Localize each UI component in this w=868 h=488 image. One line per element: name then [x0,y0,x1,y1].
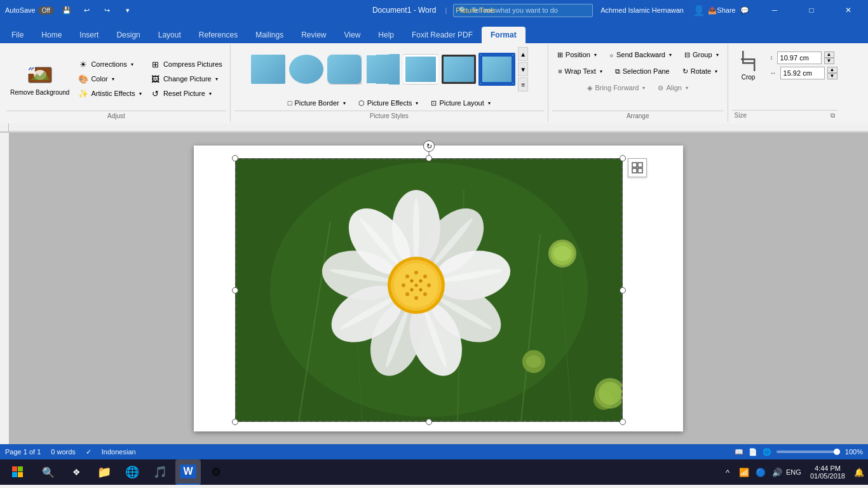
color-button[interactable]: 🎨 Color ▾ [74,72,145,86]
tab-layout[interactable]: Layout [149,27,190,43]
zoom-slider[interactable] [776,451,840,453]
tab-view[interactable]: View [336,27,370,43]
width-down[interactable]: ▼ [827,73,837,79]
style-thumb-1[interactable] [250,53,287,86]
position-button[interactable]: ⊞ Position ▾ [552,47,602,62]
width-input[interactable] [780,67,825,79]
rotate-button[interactable]: ↻ Rotate ▾ [677,64,722,79]
bluetooth-icon[interactable]: 🔵 [754,466,767,478]
comment-button[interactable]: 💬 [737,3,752,18]
style-thumb-6[interactable] [440,53,477,86]
save-button[interactable]: 💾 [59,3,74,18]
style-thumb-2[interactable] [288,53,325,86]
tab-design[interactable]: Design [107,27,149,43]
customize-qat-button[interactable]: ▾ [120,3,135,18]
image-container[interactable]: ↻ [235,158,623,422]
undo-button[interactable]: ↩ [79,3,95,18]
redo-button[interactable]: ↪ [100,3,115,18]
picture-layout-icon: ⊡ [431,99,437,107]
handle-ml[interactable] [232,287,238,294]
picture-layout-button[interactable]: ⊡ Picture Layout ▾ [426,95,495,111]
tab-references[interactable]: References [190,27,247,43]
show-hidden-icons[interactable]: ^ [721,466,734,478]
tab-help[interactable]: Help [369,27,403,43]
task-view[interactable]: ❖ [64,459,89,485]
chrome-app[interactable]: 🌐 [119,459,145,485]
change-picture-button[interactable]: 🖼 Change Picture ▾ [147,72,226,86]
handle-br[interactable] [620,419,626,425]
crop-button[interactable]: Crop [732,47,765,83]
size-expand-icon[interactable]: ⧉ [831,112,835,119]
style-thumb-3[interactable] [326,53,363,86]
artistic-effects-button[interactable]: ✨ Artistic Effects ▾ [74,86,145,100]
view-icon-read[interactable]: 📖 [735,448,743,456]
height-up[interactable]: ▲ [824,51,834,58]
language[interactable]: Indonesian [102,448,136,456]
word-app[interactable]: W [175,459,201,485]
group-button[interactable]: ⊟ Group ▾ [679,47,724,62]
compress-pictures-button[interactable]: ⊞ Compress Pictures [147,57,226,71]
start-button[interactable] [3,459,33,485]
handle-bc[interactable] [426,419,432,425]
width-up[interactable]: ▲ [827,67,837,73]
wrap-text-button[interactable]: ≡ Wrap Text ▾ [553,64,607,79]
handle-tr[interactable] [620,155,626,161]
adjust-col-1: ☀ Corrections ▾ 🎨 Color ▾ ✨ Artistic Eff… [74,57,145,100]
settings-app[interactable]: ⚙ [203,459,229,485]
svg-point-38 [413,198,419,261]
view-icon-print[interactable]: 📄 [749,448,757,456]
share-button[interactable]: 📤 Share [714,3,729,18]
bring-forward-button[interactable]: ◈ Bring Forward ▾ [582,80,650,95]
handle-tc[interactable] [426,155,432,161]
search-taskbar[interactable]: 🔍 [36,459,61,485]
close-button[interactable]: ✕ [834,0,863,20]
corrections-button[interactable]: ☀ Corrections ▾ [74,57,145,71]
proofread-icon[interactable]: ✓ [86,448,92,456]
ribbon-content: Remove Background ☀ Corrections ▾ 🎨 Colo… [0,43,868,123]
ruler-v-svg [0,133,9,444]
style-thumb-5[interactable] [402,53,439,86]
tab-file[interactable]: File [3,27,32,43]
tab-format[interactable]: Format [482,27,526,43]
style-scroll-up[interactable]: ▲ [518,47,528,61]
clock[interactable]: 4:44 PM 01/05/2018 [805,464,850,480]
remove-background-button[interactable]: Remove Background [6,60,73,98]
handle-bl[interactable] [232,419,238,425]
tab-insert[interactable]: Insert [71,27,107,43]
tab-mailings[interactable]: Mailings [247,27,292,43]
autosave-toggle[interactable]: AutoSave Off [5,6,54,15]
word-icon: W [180,464,196,478]
layout-options-icon[interactable] [628,158,647,177]
profile-icon[interactable]: 👤 [691,3,707,18]
send-backward-button[interactable]: ⬦ Send Backward ▾ [604,47,677,62]
lang-indicator[interactable]: ENG [787,466,800,478]
tab-foxit[interactable]: Foxit Reader PDF [403,27,482,43]
align-button[interactable]: ⊜ Align ▾ [653,80,693,95]
view-icon-web[interactable]: 🌐 [763,448,771,456]
tab-review[interactable]: Review [292,27,335,43]
arrange-row-3: ◈ Bring Forward ▾ ⊜ Align ▾ [582,80,693,95]
style-thumb-4[interactable] [364,53,401,86]
style-scroll-down[interactable]: ▼ [518,62,528,76]
volume-icon[interactable]: 🔊 [771,466,783,478]
handle-mr[interactable] [620,287,626,294]
rotation-handle[interactable]: ↻ [423,140,435,152]
handle-tl[interactable] [232,155,238,161]
picture-border-button[interactable]: □ Picture Border ▾ [283,95,351,111]
notifications-icon[interactable]: 🔔 [853,466,865,478]
minimize-button[interactable]: ─ [760,0,789,20]
tab-home[interactable]: Home [32,27,71,43]
height-down[interactable]: ▼ [824,58,834,64]
selection-pane-button[interactable]: ⧉ Selection Pane [610,64,675,79]
media-app[interactable]: 🎵 [147,459,173,485]
height-input[interactable] [777,51,822,64]
group-dropdown-icon: ▾ [716,52,719,58]
maximize-button[interactable]: □ [797,0,826,20]
reset-picture-button[interactable]: ↺ Reset Picture ▾ [147,86,226,100]
picture-effects-button[interactable]: ⬡ Picture Effects ▾ [353,95,424,111]
wifi-icon[interactable]: 📶 [738,466,750,478]
style-more[interactable]: ≡ [518,78,528,92]
arrange-row-1: ⊞ Position ▾ ⬦ Send Backward ▾ ⊟ Group ▾ [552,47,724,62]
file-explorer[interactable]: 📁 [92,459,117,485]
style-thumb-7[interactable] [478,53,515,86]
